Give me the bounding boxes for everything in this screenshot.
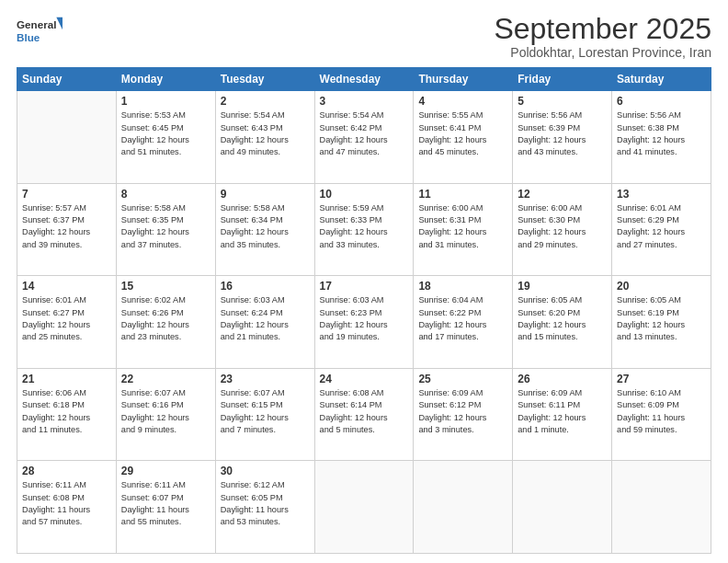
calendar-cell: 3Sunrise: 5:54 AMSunset: 6:42 PMDaylight… [314,91,414,184]
calendar-cell: 9Sunrise: 5:58 AMSunset: 6:34 PMDaylight… [215,183,314,276]
day-info: Sunrise: 6:11 AMSunset: 6:07 PMDaylight:… [121,479,210,528]
day-info: Sunrise: 6:02 AMSunset: 6:26 PMDaylight:… [121,294,210,343]
day-number: 21 [22,373,111,385]
page-header: General Blue September 2025 Poldokhtar, … [17,13,711,60]
calendar-day-header: Sunday [17,68,117,91]
day-number: 12 [518,188,607,201]
calendar-cell: 12Sunrise: 6:00 AMSunset: 6:30 PMDayligh… [513,183,612,276]
day-number: 30 [221,465,310,477]
title-block: September 2025 Poldokhtar, Lorestan Prov… [494,13,711,60]
day-number: 14 [22,280,111,293]
calendar-cell: 19Sunrise: 6:05 AMSunset: 6:20 PMDayligh… [513,276,612,369]
day-number: 2 [221,95,310,108]
calendar-cell: 8Sunrise: 5:58 AMSunset: 6:35 PMDaylight… [116,183,215,276]
day-info: Sunrise: 6:03 AMSunset: 6:23 PMDaylight:… [320,294,409,343]
logo: General Blue [17,13,63,48]
calendar-cell [513,461,612,554]
day-info: Sunrise: 5:56 AMSunset: 6:38 PMDaylight:… [617,109,706,158]
day-number: 4 [418,95,507,108]
day-info: Sunrise: 6:09 AMSunset: 6:12 PMDaylight:… [418,387,507,436]
day-number: 18 [418,280,507,293]
calendar-cell: 11Sunrise: 6:00 AMSunset: 6:31 PMDayligh… [414,183,513,276]
day-info: Sunrise: 6:05 AMSunset: 6:20 PMDaylight:… [518,294,607,343]
day-info: Sunrise: 6:00 AMSunset: 6:30 PMDaylight:… [518,202,607,251]
calendar-cell: 14Sunrise: 6:01 AMSunset: 6:27 PMDayligh… [17,276,117,369]
day-number: 26 [518,373,607,385]
day-info: Sunrise: 5:54 AMSunset: 6:43 PMDaylight:… [221,109,310,158]
day-info: Sunrise: 5:54 AMSunset: 6:42 PMDaylight:… [320,109,409,158]
day-info: Sunrise: 6:03 AMSunset: 6:24 PMDaylight:… [221,294,310,343]
calendar-cell: 25Sunrise: 6:09 AMSunset: 6:12 PMDayligh… [414,368,513,461]
day-info: Sunrise: 5:55 AMSunset: 6:41 PMDaylight:… [418,109,507,158]
day-info: Sunrise: 5:58 AMSunset: 6:34 PMDaylight:… [221,202,310,251]
calendar-cell: 23Sunrise: 6:07 AMSunset: 6:15 PMDayligh… [215,368,314,461]
day-info: Sunrise: 6:07 AMSunset: 6:16 PMDaylight:… [121,387,210,436]
calendar-week-row: 28Sunrise: 6:11 AMSunset: 6:08 PMDayligh… [17,461,711,554]
calendar-cell: 26Sunrise: 6:09 AMSunset: 6:11 PMDayligh… [513,368,612,461]
location-subtitle: Poldokhtar, Lorestan Province, Iran [494,45,711,60]
calendar-cell: 7Sunrise: 5:57 AMSunset: 6:37 PMDaylight… [17,183,117,276]
calendar-cell: 10Sunrise: 5:59 AMSunset: 6:33 PMDayligh… [314,183,414,276]
svg-text:General: General [17,18,56,30]
calendar-cell: 30Sunrise: 6:12 AMSunset: 6:05 PMDayligh… [215,461,314,554]
calendar-week-row: 1Sunrise: 5:53 AMSunset: 6:45 PMDaylight… [17,91,711,184]
day-info: Sunrise: 6:05 AMSunset: 6:19 PMDaylight:… [617,294,706,343]
day-info: Sunrise: 6:09 AMSunset: 6:11 PMDaylight:… [518,387,607,436]
day-number: 16 [221,280,310,293]
svg-marker-2 [56,17,63,29]
calendar-cell: 28Sunrise: 6:11 AMSunset: 6:08 PMDayligh… [17,461,117,554]
day-info: Sunrise: 5:58 AMSunset: 6:35 PMDaylight:… [121,202,210,251]
day-info: Sunrise: 6:00 AMSunset: 6:31 PMDaylight:… [418,202,507,251]
day-info: Sunrise: 5:56 AMSunset: 6:39 PMDaylight:… [518,109,607,158]
calendar-header-row: SundayMondayTuesdayWednesdayThursdayFrid… [17,68,711,91]
day-number: 11 [418,188,507,201]
calendar-cell [314,461,414,554]
day-number: 22 [121,373,210,385]
calendar-cell: 13Sunrise: 6:01 AMSunset: 6:29 PMDayligh… [612,183,711,276]
day-info: Sunrise: 6:01 AMSunset: 6:27 PMDaylight:… [22,294,111,343]
day-info: Sunrise: 6:10 AMSunset: 6:09 PMDaylight:… [617,387,706,436]
day-number: 1 [121,95,210,108]
day-number: 25 [418,373,507,385]
calendar-day-header: Saturday [612,68,711,91]
calendar-week-row: 21Sunrise: 6:06 AMSunset: 6:18 PMDayligh… [17,368,711,461]
day-info: Sunrise: 6:01 AMSunset: 6:29 PMDaylight:… [617,202,706,251]
day-number: 23 [221,373,310,385]
calendar-cell: 2Sunrise: 5:54 AMSunset: 6:43 PMDaylight… [215,91,314,184]
calendar-day-header: Tuesday [215,68,314,91]
day-number: 10 [320,188,409,201]
calendar-day-header: Wednesday [314,68,414,91]
calendar-cell: 17Sunrise: 6:03 AMSunset: 6:23 PMDayligh… [314,276,414,369]
calendar-cell: 24Sunrise: 6:08 AMSunset: 6:14 PMDayligh… [314,368,414,461]
calendar-cell: 15Sunrise: 6:02 AMSunset: 6:26 PMDayligh… [116,276,215,369]
calendar-week-row: 14Sunrise: 6:01 AMSunset: 6:27 PMDayligh… [17,276,711,369]
calendar-day-header: Thursday [414,68,513,91]
day-number: 13 [617,188,706,201]
calendar-table: SundayMondayTuesdayWednesdayThursdayFrid… [17,67,711,554]
day-info: Sunrise: 5:53 AMSunset: 6:45 PMDaylight:… [121,109,210,158]
day-info: Sunrise: 6:08 AMSunset: 6:14 PMDaylight:… [320,387,409,436]
day-number: 17 [320,280,409,293]
calendar-cell: 16Sunrise: 6:03 AMSunset: 6:24 PMDayligh… [215,276,314,369]
day-number: 3 [320,95,409,108]
day-number: 6 [617,95,706,108]
calendar-cell [414,461,513,554]
calendar-cell [17,91,117,184]
day-info: Sunrise: 6:06 AMSunset: 6:18 PMDaylight:… [22,387,111,436]
day-number: 5 [518,95,607,108]
month-title: September 2025 [494,13,711,45]
day-info: Sunrise: 6:12 AMSunset: 6:05 PMDaylight:… [221,479,310,528]
day-number: 20 [617,280,706,293]
calendar-cell: 21Sunrise: 6:06 AMSunset: 6:18 PMDayligh… [17,368,117,461]
day-number: 7 [22,188,111,201]
day-number: 19 [518,280,607,293]
calendar-cell: 29Sunrise: 6:11 AMSunset: 6:07 PMDayligh… [116,461,215,554]
logo-svg: General Blue [17,13,63,48]
day-number: 27 [617,373,706,385]
calendar-cell: 27Sunrise: 6:10 AMSunset: 6:09 PMDayligh… [612,368,711,461]
calendar-cell [612,461,711,554]
day-number: 28 [22,465,111,477]
svg-text:Blue: Blue [17,32,40,44]
day-number: 24 [320,373,409,385]
day-info: Sunrise: 5:59 AMSunset: 6:33 PMDaylight:… [320,202,409,251]
